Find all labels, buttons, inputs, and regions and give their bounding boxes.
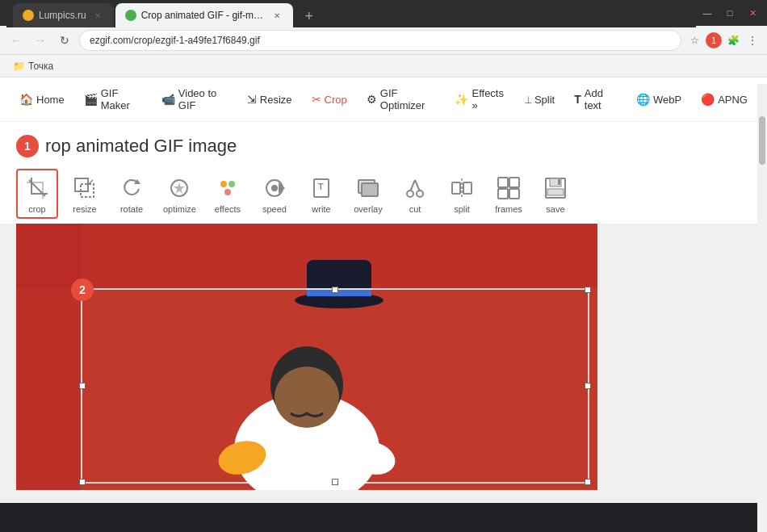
nav-home-label: Home	[36, 94, 65, 106]
tool-speed[interactable]: speed	[254, 170, 295, 217]
scrollbar-thumb[interactable]	[759, 116, 765, 165]
tab-close-ezgif[interactable]: ✕	[270, 9, 283, 22]
crop-tool-label: crop	[28, 204, 45, 214]
nav-video-to-gif[interactable]: 📹 Video to GIF	[158, 84, 231, 115]
split-tool-label: split	[454, 204, 470, 214]
nav-split[interactable]: ⟂ Split	[522, 90, 558, 109]
cut-tool-label: cut	[409, 204, 421, 214]
address-bar: ← → ↻ ezgif.com/crop/ezgif-1-a49fe17f684…	[0, 26, 767, 55]
tab-lumpics[interactable]: Lumpics.ru ✕	[13, 3, 114, 27]
resize-tool-label: resize	[73, 204, 96, 214]
video-icon: 📹	[161, 93, 175, 106]
tab-favicon-ezgif	[125, 10, 136, 21]
page-heading: 1 rop animated GIF image	[16, 135, 751, 157]
svg-point-6	[220, 181, 227, 187]
tool-cut[interactable]: cut	[395, 170, 435, 217]
split-icon: ⟂	[525, 93, 531, 106]
window-controls: — □ ✕	[699, 5, 761, 21]
page-title: rop animated GIF image	[45, 136, 237, 157]
save-tool-icon	[541, 174, 570, 203]
nav-gif-optimizer[interactable]: ⚙ GIF Optimizer	[363, 84, 439, 115]
tool-write[interactable]: T write	[301, 170, 342, 217]
bookmark-icon[interactable]: ☆	[686, 32, 702, 48]
rotate-tool-icon	[117, 174, 146, 203]
handle-mr[interactable]	[585, 383, 591, 389]
resize-icon: ⇲	[247, 93, 257, 106]
tab-favicon-lumpics	[23, 10, 34, 21]
tool-crop[interactable]: crop	[16, 169, 58, 219]
nav-webp[interactable]: 🌐 WebP	[633, 90, 685, 109]
tool-rotate[interactable]: rotate	[111, 170, 152, 217]
tool-effects[interactable]: effects	[207, 170, 248, 217]
home-icon: 🏠	[19, 93, 33, 106]
nav-optimizer-label: GIF Optimizer	[380, 87, 436, 111]
extension-icon[interactable]: 🧩	[725, 32, 741, 48]
tab-title-ezgif: Crop animated GIF - gif-man-me	[141, 10, 266, 21]
new-tab-button[interactable]: +	[298, 5, 321, 27]
svg-rect-24	[509, 178, 519, 187]
close-button[interactable]: ✕	[744, 5, 761, 21]
nav-crop[interactable]: ✂ Crop	[308, 90, 350, 109]
effects-icon: ✨	[455, 93, 468, 106]
nav-home[interactable]: 🏠 Home	[16, 90, 68, 109]
svg-line-19	[415, 180, 420, 191]
tool-split[interactable]: split	[442, 170, 482, 217]
tool-optimize[interactable]: optimize	[158, 170, 201, 217]
svg-rect-26	[509, 189, 519, 199]
overlay-tool-label: overlay	[354, 204, 382, 214]
forward-button[interactable]: →	[31, 31, 50, 50]
nav-apng[interactable]: 🔴 APNG	[698, 90, 751, 109]
svg-point-16	[407, 191, 413, 197]
svg-point-10	[271, 185, 278, 191]
svg-point-17	[417, 191, 423, 197]
svg-rect-30	[558, 179, 560, 185]
nav-split-label: Split	[534, 94, 555, 106]
gif-maker-icon: 🎬	[84, 93, 98, 106]
nav-crop-label: Crop	[325, 94, 347, 106]
tool-save[interactable]: save	[535, 170, 576, 217]
title-bar: Lumpics.ru ✕ Crop animated GIF - gif-man…	[0, 0, 767, 26]
nav-add-text[interactable]: T Add text	[571, 84, 620, 115]
svg-line-18	[410, 180, 415, 191]
tool-overlay[interactable]: overlay	[348, 170, 388, 217]
refresh-button[interactable]: ↻	[55, 31, 74, 50]
tool-frames[interactable]: frames	[488, 170, 529, 217]
handle-br[interactable]	[585, 479, 591, 485]
maximize-button[interactable]: □	[722, 5, 738, 21]
apng-icon: 🔴	[701, 93, 715, 106]
image-container[interactable]: 2	[16, 224, 597, 490]
nav-gif-maker[interactable]: 🎬 GIF Maker	[81, 84, 145, 115]
step1-badge: 1	[16, 135, 39, 157]
folder-icon: 📁	[13, 61, 25, 72]
crop-nav-icon: ✂	[312, 93, 321, 106]
speed-tool-icon	[260, 174, 289, 203]
frames-tool-label: frames	[495, 204, 522, 214]
profile-icon[interactable]: 1	[706, 32, 722, 48]
canvas-area: 2	[0, 224, 767, 503]
nav-effects[interactable]: ✨ Effects »	[451, 84, 508, 115]
rotate-tool-label: rotate	[120, 204, 143, 214]
browser-toolbar-icons: ☆ 1 🧩 ⋮	[686, 32, 761, 48]
write-tool-label: write	[312, 204, 330, 214]
tab-close-lumpics[interactable]: ✕	[91, 9, 104, 22]
back-button[interactable]: ←	[6, 31, 26, 50]
optimize-tool-label: optimize	[163, 204, 196, 214]
write-tool-icon: T	[307, 174, 336, 203]
tab-ezgif[interactable]: Crop animated GIF - gif-man-me ✕	[115, 3, 293, 27]
minimize-button[interactable]: —	[699, 5, 715, 21]
page-content: 🏠 Home 🎬 GIF Maker 📹 Video to GIF ⇲ Resi…	[0, 77, 767, 503]
bookmark-label: Точка	[28, 61, 53, 72]
nav-webp-label: WebP	[653, 94, 681, 106]
nav-resize[interactable]: ⇲ Resize	[244, 90, 295, 109]
step2-badge: 2	[71, 279, 94, 301]
hat-illustration	[291, 248, 388, 312]
text-icon: T	[574, 93, 581, 106]
tool-resize[interactable]: resize	[65, 170, 105, 217]
svg-point-35	[275, 367, 339, 428]
scrollbar[interactable]	[757, 84, 767, 532]
settings-icon[interactable]: ⋮	[744, 32, 761, 48]
svg-rect-21	[463, 182, 472, 194]
bookmark-tochka[interactable]: 📁 Точка	[10, 59, 57, 73]
left-overlay	[16, 224, 81, 490]
address-input[interactable]: ezgif.com/crop/ezgif-1-a49fe17f6849.gif	[79, 30, 681, 51]
